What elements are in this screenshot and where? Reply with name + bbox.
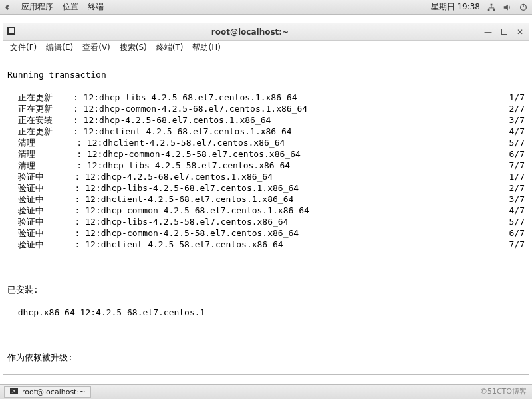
- network-icon[interactable]: [487, 3, 496, 12]
- gnome-top-panel: 应用程序 位置 终端 星期日 19:38: [0, 0, 532, 15]
- terminal-output[interactable]: Running transaction 正在更新 : 12:dhcp-libs-…: [3, 55, 529, 374]
- term-line: 验证中 : 12:dhclient-4.2.5-68.el7.centos.1.…: [7, 194, 525, 205]
- menu-help[interactable]: 帮助(H): [192, 42, 220, 53]
- taskbar-item-label: root@localhost:~: [22, 388, 85, 396]
- term-line: 清理 : 12:dhclient-4.2.5-58.el7.centos.x86…: [7, 137, 525, 148]
- svg-rect-6: [9, 28, 14, 33]
- volume-icon[interactable]: [503, 3, 512, 12]
- term-line: 正在更新 : 12:dhcp-common-4.2.5-68.el7.cento…: [7, 103, 525, 114]
- term-line: 正在更新 : 12:dhcp-libs-4.2.5-68.el7.centos.…: [7, 92, 525, 103]
- term-line: Running transaction: [7, 69, 525, 80]
- panel-menu-places[interactable]: 位置: [63, 1, 78, 13]
- panel-clock[interactable]: 星期日 19:38: [431, 1, 480, 13]
- term-line: 验证中 : 12:dhcp-libs-4.2.5-68.el7.centos.1…: [7, 182, 525, 194]
- svg-rect-1: [493, 9, 495, 11]
- watermark: ©51CTO博客: [480, 386, 527, 396]
- minimize-button[interactable]: —: [483, 27, 493, 37]
- term-line: 验证中 : 12:dhcp-common-4.2.5-68.el7.centos…: [7, 205, 525, 216]
- menu-edit[interactable]: 编辑(E): [46, 42, 73, 53]
- svg-rect-2: [491, 3, 493, 5]
- menu-search[interactable]: 搜索(S): [120, 42, 147, 53]
- gnome-bottom-panel: > root@localhost:~ ©51CTO博客: [0, 384, 532, 399]
- term-line: 验证中 : 12:dhcp-common-4.2.5-58.el7.centos…: [7, 227, 525, 239]
- panel-menu-terminal[interactable]: 终端: [88, 1, 104, 13]
- svg-rect-0: [488, 9, 490, 11]
- term-line: 验证中 : 12:dhcp-libs-4.2.5-58.el7.centos.x…: [7, 216, 525, 227]
- term-line: 正在更新 : 12:dhclient-4.2.5-68.el7.centos.1…: [7, 126, 525, 137]
- maximize-button[interactable]: [499, 27, 509, 37]
- activities-icon[interactable]: [4, 3, 12, 11]
- term-line: 已安装:: [7, 284, 525, 295]
- term-line: dhcp.x86_64 12:4.2.5-68.el7.centos.1: [7, 307, 525, 318]
- svg-text:>: >: [11, 388, 16, 394]
- menu-view[interactable]: 查看(V): [82, 42, 110, 53]
- term-line: 验证中 : 12:dhclient-4.2.5-58.el7.centos.x8…: [7, 239, 525, 250]
- app-icon: [7, 27, 17, 37]
- term-line: [7, 261, 525, 273]
- panel-menu-applications[interactable]: 应用程序: [21, 1, 53, 13]
- window-title: root@localhost:~: [17, 27, 483, 37]
- term-line: 作为依赖被升级:: [7, 352, 525, 363]
- close-button[interactable]: ✕: [515, 27, 525, 37]
- term-line: 验证中 : 12:dhcp-4.2.5-68.el7.centos.1.x86_…: [7, 171, 525, 182]
- power-icon[interactable]: [519, 3, 528, 12]
- taskbar-item-terminal[interactable]: > root@localhost:~: [4, 386, 91, 398]
- term-line: [7, 329, 525, 340]
- menu-terminal[interactable]: 终端(T): [156, 42, 184, 53]
- window-titlebar[interactable]: root@localhost:~ — ✕: [3, 23, 529, 41]
- term-line: 清理 : 12:dhcp-common-4.2.5-58.el7.centos.…: [7, 148, 525, 160]
- term-line: 清理 : 12:dhcp-libs-4.2.5-58.el7.centos.x8…: [7, 160, 525, 171]
- terminal-menubar: 文件(F) 编辑(E) 查看(V) 搜索(S) 终端(T) 帮助(H): [3, 41, 529, 55]
- menu-file[interactable]: 文件(F): [10, 42, 37, 53]
- term-line: 正在安装 : 12:dhcp-4.2.5-68.el7.centos.1.x86…: [7, 114, 525, 126]
- terminal-icon: >: [10, 388, 18, 396]
- terminal-window: root@localhost:~ — ✕ 文件(F) 编辑(E) 查看(V) 搜…: [3, 23, 529, 375]
